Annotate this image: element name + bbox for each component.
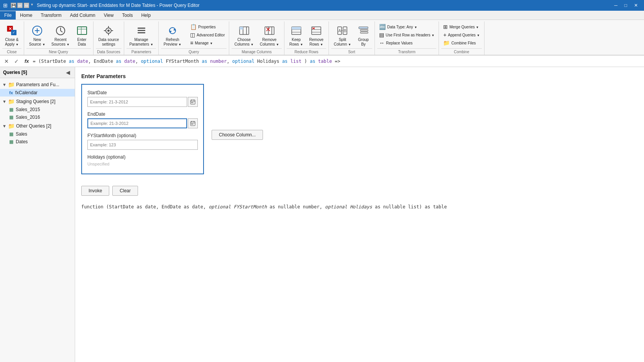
clear-button[interactable]: Clear (112, 186, 138, 196)
remove-columns-label: RemoveColumns ▼ (260, 38, 279, 47)
merge-queries-button[interactable]: ⊞ Merge Queries ▼ (441, 23, 481, 31)
query-group-other-header[interactable]: ▼ 📁 Other Queries [2] (0, 122, 75, 130)
new-query-group-label: New Query (26, 48, 91, 55)
transform-small-buttons: 🔤 Data Type: Any ▼ ▤ Use First Row as He… (377, 23, 436, 47)
ribbon-group-new-query: NewSource ▼ RecentSources ▼ (24, 21, 94, 55)
enddate-calendar-button[interactable] (188, 118, 198, 128)
choose-column-button[interactable]: Choose Column... (212, 130, 263, 140)
properties-label: Properties (198, 25, 216, 29)
remove-rows-button[interactable]: RemoveRows ▼ (307, 23, 326, 48)
fystartmonth-input[interactable] (87, 140, 198, 150)
replace-values-icon: ↔ (379, 40, 384, 46)
redo-icon[interactable]: ↪ (24, 3, 29, 8)
svg-text:A: A (338, 29, 341, 33)
enter-data-button[interactable]: EnterData (73, 23, 91, 48)
choose-columns-button[interactable]: ChooseColumns ▼ (232, 23, 256, 48)
group-by-label: GroupBy (358, 38, 369, 47)
refresh-preview-icon (166, 25, 179, 37)
data-type-label: Data Type: Any ▼ (387, 25, 417, 29)
query-group-parameters-header[interactable]: ▼ 📁 Parameters and Fu... (0, 80, 75, 89)
properties-button[interactable]: 📋 Properties (188, 23, 227, 31)
expand-icon-other: ▼ (2, 124, 7, 128)
remove-columns-button[interactable]: RemoveColumns ▼ (257, 23, 282, 48)
split-column-button[interactable]: A B SplitColumn ▼ (331, 23, 354, 48)
group-by-button[interactable]: GroupBy (355, 23, 372, 48)
close-btn[interactable]: ✕ (631, 3, 641, 8)
combine-files-icon: 📁 (443, 40, 450, 46)
append-queries-label: Append Queries ▼ (448, 33, 480, 37)
use-first-row-label: Use First Row as Headers ▼ (386, 33, 434, 37)
main-layout: Queries [5] ◀ ▼ 📁 Parameters and Fu... f… (0, 67, 644, 362)
sidebar-item-sales[interactable]: ▦ Sales (0, 130, 75, 138)
replace-values-button[interactable]: ↔ Replace Values (377, 39, 436, 47)
sidebar-collapse-button[interactable]: ◀ (64, 69, 72, 75)
menu-help[interactable]: Help (137, 11, 155, 20)
startdate-calendar-button[interactable] (188, 97, 198, 107)
maximize-btn[interactable]: □ (621, 3, 630, 8)
sidebar-item-fxcalendar[interactable]: fx fxCalendar (0, 89, 75, 97)
parameters-group-label: Parameters (127, 48, 156, 55)
formula-confirm-button[interactable]: ✓ (12, 57, 21, 66)
manage-label: Manage ▼ (195, 41, 213, 45)
keep-rows-icon (290, 25, 302, 37)
data-sources-group-label: Data Sources (96, 48, 122, 55)
menu-file[interactable]: File (0, 11, 16, 20)
menu-transform[interactable]: Transform (36, 11, 66, 20)
enddate-input[interactable] (87, 118, 187, 128)
close-apply-icon: ✕ ✓ (6, 25, 18, 37)
invoke-button[interactable]: Invoke (81, 186, 109, 196)
keep-rows-button[interactable]: KeepRows ▼ (287, 23, 306, 48)
recent-sources-button[interactable]: RecentSources ▼ (49, 23, 72, 48)
query-group-staging-header[interactable]: ▼ 📁 Staging Queries [2] (0, 97, 75, 106)
svg-rect-52 (191, 121, 195, 126)
data-source-settings-button[interactable]: Data sourcesettings (96, 23, 122, 48)
svg-text:B: B (344, 29, 347, 33)
minimize-btn[interactable]: ─ (611, 3, 621, 8)
enddate-input-row (87, 118, 198, 128)
holidays-placeholder: Unspecified (87, 162, 109, 166)
refresh-preview-label: RefreshPreview ▼ (164, 38, 181, 47)
sidebar-content: ▼ 📁 Parameters and Fu... fx fxCalendar ▼… (0, 78, 75, 362)
fystartmonth-param: FYStartMonth (optional) (87, 133, 198, 150)
menu-view[interactable]: View (100, 11, 118, 20)
sidebar-item-sales2016[interactable]: ▦ Sales_2016 (0, 113, 75, 121)
recent-sources-icon (54, 25, 67, 37)
dropdown-arrow-icon[interactable]: ▼ (30, 3, 34, 8)
menu-bar: File Home Transform Add Column View Tool… (0, 11, 644, 20)
window-controls: ─ □ ✕ (611, 3, 641, 8)
svg-rect-46 (191, 100, 195, 104)
transform-group-label: Transform (377, 48, 436, 55)
append-queries-button[interactable]: + Append Queries ▼ (441, 31, 481, 39)
new-source-button[interactable]: NewSource ▼ (26, 23, 48, 48)
query-group-staging-label: Staging Queries [2] (16, 99, 56, 104)
folder-icon: 📁 (8, 82, 15, 88)
close-group-label: Close (2, 48, 21, 55)
save-icon[interactable]: 💾 (11, 3, 16, 8)
close-apply-label: Close &Apply ▼ (5, 38, 19, 47)
refresh-preview-button[interactable]: RefreshPreview ▼ (161, 23, 184, 48)
combine-files-button[interactable]: 📁 Combine Files (441, 39, 481, 47)
manage-parameters-button[interactable]: ManageParameters ▼ (127, 23, 156, 48)
use-first-row-button[interactable]: ▤ Use First Row as Headers ▼ (377, 31, 436, 39)
menu-add-column[interactable]: Add Column (66, 11, 100, 20)
remove-rows-label: RemoveRows ▼ (309, 38, 324, 47)
ribbon-group-reduce-rows: KeepRows ▼ RemoveRows ▼ Red (284, 21, 329, 55)
menu-home[interactable]: Home (16, 11, 36, 20)
query-group-parameters: ▼ 📁 Parameters and Fu... fx fxCalendar (0, 80, 75, 97)
split-column-label: SplitColumn ▼ (334, 38, 351, 47)
close-apply-button[interactable]: ✕ ✓ Close &Apply ▼ (2, 23, 21, 48)
formula-cancel-button[interactable]: ✕ (2, 57, 11, 66)
menu-tools[interactable]: Tools (118, 11, 137, 20)
advanced-editor-button[interactable]: ◫ Advanced Editor (188, 31, 227, 39)
sidebar-item-sales-label: Sales (16, 131, 27, 137)
startdate-input[interactable] (87, 97, 187, 107)
svg-rect-32 (292, 27, 301, 29)
sort-group-label: Sort (331, 48, 372, 55)
sidebar-item-dates[interactable]: ▦ Dates (0, 138, 75, 146)
formula-fx-label: fx (23, 58, 31, 64)
sidebar-item-sales2015[interactable]: ▦ Sales_2015 (0, 106, 75, 113)
manage-button[interactable]: ≡ Manage ▼ (188, 39, 227, 47)
undo-icon[interactable]: ↩ (17, 3, 23, 8)
properties-icon: 📋 (190, 24, 197, 30)
data-type-button[interactable]: 🔤 Data Type: Any ▼ (377, 23, 436, 31)
